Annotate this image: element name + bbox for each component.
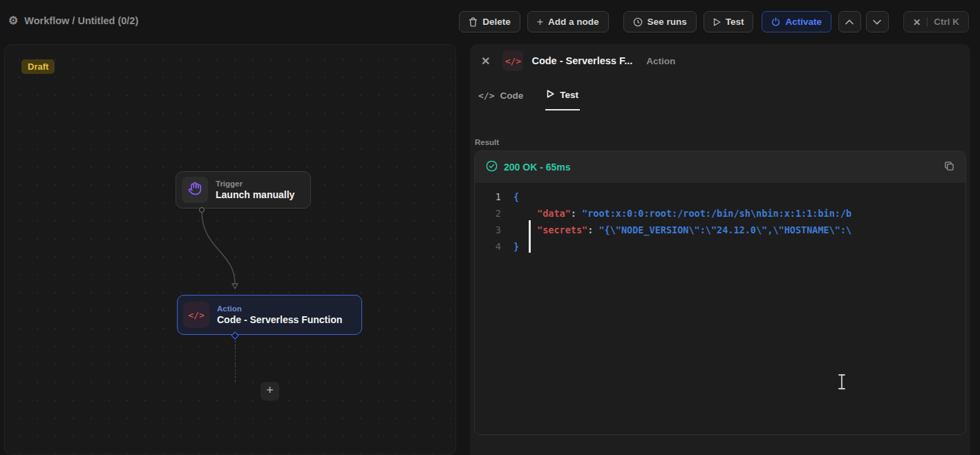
copy-icon xyxy=(944,161,954,174)
action-node-code-serverless[interactable]: </> Action Code - Serverless Function xyxy=(177,295,362,335)
top-bar: ⚙ Workflow / Untitled (0/2) Delete + Add… xyxy=(0,0,980,44)
trigger-node-launch-manually[interactable]: Trigger Launch manually xyxy=(176,171,311,209)
ibeam-mouse-cursor xyxy=(836,373,847,394)
draft-status-badge: Draft xyxy=(21,59,55,74)
tab-code-label: Code xyxy=(500,90,523,101)
activate-button[interactable]: Activate xyxy=(762,11,831,32)
close-icon: ✕ xyxy=(913,17,921,28)
add-node-button[interactable]: + Add a node xyxy=(527,11,609,32)
check-circle-icon xyxy=(486,160,498,174)
result-json-viewer[interactable]: 1 { 2 "data": "root:x:0:0:root:/root:/bi… xyxy=(475,183,965,255)
hand-trigger-icon xyxy=(188,182,202,198)
test-result-box: 200 OK - 65ms 1 { 2 xyxy=(474,151,966,435)
copy-result-button[interactable] xyxy=(944,161,954,174)
panel-header: ✕ </> Code - Serverless F... Action xyxy=(470,44,970,77)
chevron-up-icon xyxy=(845,19,854,25)
code-line-text: "data": "root:x:0:0:root:/root:/bin/sh\n… xyxy=(513,205,965,222)
result-section-label: Result xyxy=(475,138,499,146)
trigger-output-port[interactable] xyxy=(199,207,205,213)
panel-node-type: Action xyxy=(646,56,675,66)
toolbar: Delete + Add a node See runs xyxy=(459,11,969,32)
test-workflow-label: Test xyxy=(726,17,744,27)
divider xyxy=(927,17,927,27)
trigger-node-title: Launch manually xyxy=(216,189,294,200)
value-token: "{\"NODE_VERSION\":\"24.12.0\",\"HOSTNAM… xyxy=(599,224,851,235)
shortcut-label: Ctrl K xyxy=(934,17,959,27)
breadcrumb-label: Workflow / Untitled (0/2) xyxy=(24,15,138,26)
code-icon: </> xyxy=(505,56,521,66)
action-node-text: Action Code - Serverless Function xyxy=(217,304,342,325)
result-status-text: 200 OK - 65ms xyxy=(504,162,571,173)
brace-token: } xyxy=(513,241,519,252)
trigger-node-text: Trigger Launch manually xyxy=(216,180,294,200)
node-connector-edge xyxy=(5,45,456,455)
trigger-node-category: Trigger xyxy=(216,180,294,188)
action-node-title: Code - Serverless Function xyxy=(217,314,342,325)
collapse-up-button[interactable] xyxy=(838,11,861,32)
node-detail-panel: ✕ </> Code - Serverless F... Action </> … xyxy=(470,44,970,455)
delete-label: Delete xyxy=(482,17,511,27)
pending-connector xyxy=(235,340,236,382)
line-number: 2 xyxy=(475,205,513,222)
play-icon xyxy=(547,90,554,100)
plus-icon: + xyxy=(537,16,543,28)
key-token: "secrets" xyxy=(537,224,587,235)
workflow-settings-gear-icon[interactable]: ⚙ xyxy=(8,14,18,27)
delete-button[interactable]: Delete xyxy=(459,11,520,32)
action-node-iconbox: </> xyxy=(183,302,209,328)
tab-test-label: Test xyxy=(560,90,578,100)
trash-icon xyxy=(469,17,478,27)
clock-icon xyxy=(633,17,643,27)
code-icon: </> xyxy=(188,310,204,320)
workflow-canvas[interactable]: Draft Trigger Launch manually xyxy=(4,44,456,455)
see-runs-button[interactable]: See runs xyxy=(623,11,697,32)
separator-token: : xyxy=(587,224,599,235)
result-status: 200 OK - 65ms xyxy=(486,160,571,174)
brace-token: { xyxy=(513,191,519,202)
code-icon: </> xyxy=(478,90,494,101)
code-line: 4 } xyxy=(475,238,965,255)
panel-node-title: Code - Serverless F... xyxy=(531,55,632,66)
line-number: 3 xyxy=(475,222,513,238)
workflow-app: ⚙ Workflow / Untitled (0/2) Delete + Add… xyxy=(0,0,980,455)
panel-tabs: </> Code Test xyxy=(477,84,580,110)
chevron-down-icon xyxy=(873,19,881,25)
breadcrumb[interactable]: ⚙ Workflow / Untitled (0/2) xyxy=(8,14,138,27)
code-line-text: { xyxy=(513,188,965,205)
line-number: 4 xyxy=(475,238,513,255)
tab-code[interactable]: </> Code xyxy=(477,84,525,110)
result-header: 200 OK - 65ms xyxy=(475,151,965,183)
key-token: "data" xyxy=(537,208,571,219)
code-line: 2 "data": "root:x:0:0:root:/root:/bin/sh… xyxy=(475,205,965,222)
add-next-node-button[interactable]: + xyxy=(261,382,279,400)
value-token: "root:x:0:0:root:/root:/bin/sh\nbin:x:1:… xyxy=(582,208,851,219)
code-line-text: "secrets": "{\"NODE_VERSION\":\"24.12.0\… xyxy=(513,222,965,238)
code-line-text: } xyxy=(513,238,965,255)
see-runs-label: See runs xyxy=(648,17,687,27)
action-node-category: Action xyxy=(217,304,342,313)
panel-close-icon[interactable]: ✕ xyxy=(477,52,494,70)
activate-label: Activate xyxy=(785,17,822,27)
separator-token: : xyxy=(571,208,582,219)
panel-node-iconbox: </> xyxy=(502,50,523,71)
play-icon xyxy=(713,18,721,26)
trigger-node-iconbox xyxy=(182,177,208,203)
add-node-label: Add a node xyxy=(548,17,599,27)
text-cursor xyxy=(529,220,531,253)
close-shortcut-button[interactable]: ✕ Ctrl K xyxy=(903,11,969,32)
line-number: 1 xyxy=(475,188,513,205)
test-workflow-button[interactable]: Test xyxy=(704,11,754,32)
tab-test[interactable]: Test xyxy=(545,84,580,110)
collapse-down-button[interactable] xyxy=(866,11,889,32)
code-line: 1 { xyxy=(475,188,965,205)
code-line: 3 "secrets": "{\"NODE_VERSION\":\"24.12.… xyxy=(475,222,965,238)
power-icon xyxy=(771,17,780,26)
